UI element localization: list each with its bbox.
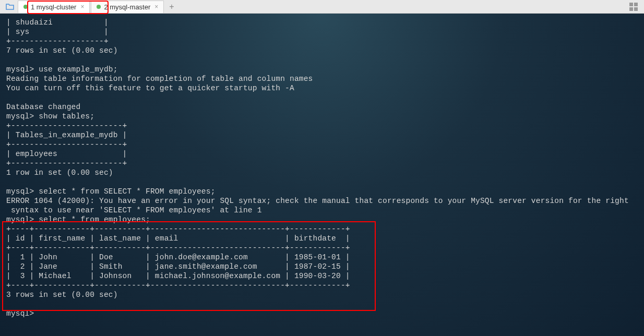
close-icon[interactable]: × [80,3,84,10]
status-dot-icon [97,5,101,9]
grid-layout-icon[interactable] [629,3,638,11]
terminal-output: | shudaizi | | sys | +------------------… [0,14,644,322]
tab-label: 2 mysql-master [104,3,150,11]
new-tab-button[interactable]: + [165,2,178,11]
tabs-container: 1 mysql-cluster × 2 mysql-master × + [18,1,178,13]
tab-mysql-cluster[interactable]: 1 mysql-cluster × [18,1,90,13]
tab-mysql-master[interactable]: 2 mysql-master × [91,1,164,13]
close-icon[interactable]: × [154,3,158,10]
top-bar: 1 mysql-cluster × 2 mysql-master × + [0,0,644,14]
tab-label: 1 mysql-cluster [31,3,76,11]
terminal-container[interactable]: | shudaizi | | sys | +------------------… [0,14,644,336]
status-dot-icon [23,5,28,9]
folder-icon[interactable] [5,2,15,11]
